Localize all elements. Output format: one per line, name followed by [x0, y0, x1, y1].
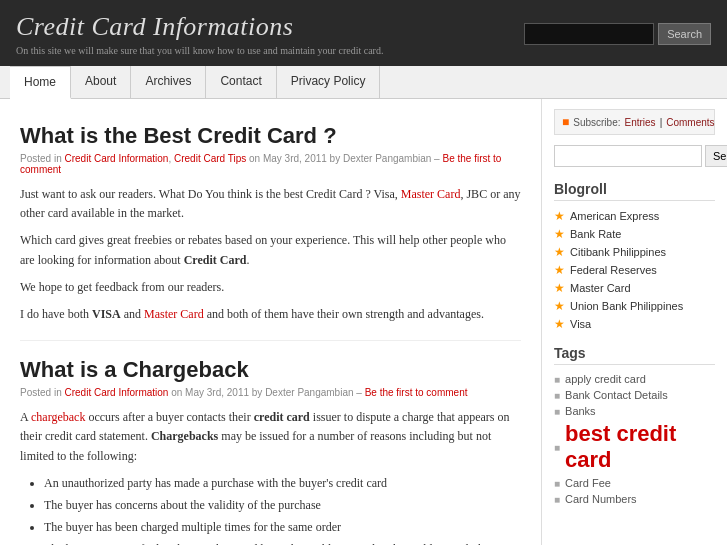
blogroll-item-3: ★Citibank Philippines	[554, 243, 715, 261]
tag-icon-6: ■	[554, 494, 560, 505]
list-item-4: The buyer is unsatisfied with a purchase…	[44, 540, 521, 545]
tag-item-1: ■apply credit card	[554, 371, 715, 387]
tag-item-3: ■Banks	[554, 403, 715, 419]
post-separator	[20, 340, 521, 341]
tag-icon-5: ■	[554, 478, 560, 489]
post-2-cat-1[interactable]: Credit Card Information	[64, 387, 168, 398]
sidebar-search-input[interactable]	[554, 145, 702, 167]
navigation: Home About Archives Contact Privacy Poli…	[0, 66, 727, 99]
list-item-2: The buyer has concerns about the validit…	[44, 496, 521, 515]
tag-icon-4: ■	[554, 442, 560, 453]
subscribe-sep: |	[660, 117, 663, 128]
blogroll-link-2[interactable]: Bank Rate	[570, 228, 621, 240]
blogroll-title: Blogroll	[554, 181, 715, 201]
tag-item-4: ■best credit card	[554, 419, 715, 475]
search-input[interactable]	[524, 23, 654, 45]
nav-item-home[interactable]: Home	[10, 66, 71, 99]
chargeback-link[interactable]: chargeback	[31, 410, 85, 424]
post-2: What is a Chargeback Posted in Credit Ca…	[20, 357, 521, 545]
tag-link-best[interactable]: best credit card	[565, 421, 715, 473]
nav-item-privacy[interactable]: Privacy Policy	[277, 66, 381, 98]
post-1-cat-2[interactable]: Credit Card Tips	[174, 153, 246, 164]
star-icon-2: ★	[554, 227, 565, 241]
list-item-1: An unauthorized party has made a purchas…	[44, 474, 521, 493]
star-icon-5: ★	[554, 281, 565, 295]
tag-icon-3: ■	[554, 406, 560, 417]
blogroll-list: ★American Express ★Bank Rate ★Citibank P…	[554, 207, 715, 333]
post-2-comment-link[interactable]: Be the first to comment	[365, 387, 468, 398]
post-1-mastercard2-link[interactable]: Master Card	[144, 307, 204, 321]
sidebar-search-button[interactable]: Search	[705, 145, 727, 167]
blogroll-item-5: ★Master Card	[554, 279, 715, 297]
subscribe-comments-link[interactable]: Comments	[666, 117, 714, 128]
star-icon-6: ★	[554, 299, 565, 313]
post-1-mastercard-link[interactable]: Master Card	[401, 187, 461, 201]
blogroll-link-6[interactable]: Union Bank Philippines	[570, 300, 683, 312]
tags-list: ■apply credit card ■Bank Contact Details…	[554, 371, 715, 507]
post-1: What is the Best Credit Card ? Posted in…	[20, 123, 521, 324]
sidebar: ■ Subscribe: Entries | Comments Search B…	[542, 99, 727, 545]
star-icon-3: ★	[554, 245, 565, 259]
blogroll-link-3[interactable]: Citibank Philippines	[570, 246, 666, 258]
blogroll-item-4: ★Federal Reserves	[554, 261, 715, 279]
nav-item-contact[interactable]: Contact	[206, 66, 276, 98]
blogroll-item-7: ★Visa	[554, 315, 715, 333]
post-1-content: Just want to ask our readers. What Do Yo…	[20, 185, 521, 324]
list-item-3: The buyer has been charged multiple time…	[44, 518, 521, 537]
post-1-meta: Posted in Credit Card Information, Credi…	[20, 153, 521, 175]
post-2-intro: A chargeback occurs after a buyer contac…	[20, 408, 521, 466]
blogroll-link-7[interactable]: Visa	[570, 318, 591, 330]
site-description: On this site we will make sure that you …	[16, 45, 383, 56]
nav-item-about[interactable]: About	[71, 66, 131, 98]
post-1-para-4: I do have both VISA and Master Card and …	[20, 305, 521, 324]
tag-link-6[interactable]: Card Numbers	[565, 493, 637, 505]
header-left: Credit Card Informations On this site we…	[16, 12, 383, 56]
tag-item-5: ■Card Fee	[554, 475, 715, 491]
tag-item-6: ■Card Numbers	[554, 491, 715, 507]
nav-item-archives[interactable]: Archives	[131, 66, 206, 98]
post-1-cat-1[interactable]: Credit Card Information	[64, 153, 168, 164]
blogroll-link-1[interactable]: American Express	[570, 210, 659, 222]
star-icon-1: ★	[554, 209, 565, 223]
post-1-title: What is the Best Credit Card ?	[20, 123, 521, 149]
tag-item-2: ■Bank Contact Details	[554, 387, 715, 403]
blogroll-link-4[interactable]: Federal Reserves	[570, 264, 657, 276]
post-2-meta: Posted in Credit Card Information on May…	[20, 387, 521, 398]
star-icon-4: ★	[554, 263, 565, 277]
search-button[interactable]: Search	[658, 23, 711, 45]
rss-icon: ■	[562, 115, 569, 129]
post-1-para-2: Which card gives great freebies or rebat…	[20, 231, 521, 269]
blogroll-link-5[interactable]: Master Card	[570, 282, 631, 294]
main-layout: What is the Best Credit Card ? Posted in…	[0, 99, 727, 545]
tag-icon-1: ■	[554, 374, 560, 385]
tag-icon-2: ■	[554, 390, 560, 401]
subscribe-bar: ■ Subscribe: Entries | Comments	[554, 109, 715, 135]
site-header: Credit Card Informations On this site we…	[0, 0, 727, 66]
tag-link-3[interactable]: Banks	[565, 405, 596, 417]
post-2-title: What is a Chargeback	[20, 357, 521, 383]
post-2-content: A chargeback occurs after a buyer contac…	[20, 408, 521, 545]
blogroll-item-6: ★Union Bank Philippines	[554, 297, 715, 315]
post-1-para-1: Just want to ask our readers. What Do Yo…	[20, 185, 521, 223]
tag-link-1[interactable]: apply credit card	[565, 373, 646, 385]
blogroll-item-1: ★American Express	[554, 207, 715, 225]
post-1-para-3: We hope to get feedback from our readers…	[20, 278, 521, 297]
tag-link-2[interactable]: Bank Contact Details	[565, 389, 668, 401]
site-title: Credit Card Informations	[16, 12, 383, 42]
subscribe-entries-link[interactable]: Entries	[625, 117, 656, 128]
blogroll-item-2: ★Bank Rate	[554, 225, 715, 243]
subscribe-label: Subscribe:	[573, 117, 620, 128]
content-area: What is the Best Credit Card ? Posted in…	[0, 99, 542, 545]
sidebar-search-area: Search	[554, 145, 715, 167]
tags-title: Tags	[554, 345, 715, 365]
post-2-list: An unauthorized party has made a purchas…	[44, 474, 521, 545]
header-search-area: Search	[524, 23, 711, 45]
tag-link-5[interactable]: Card Fee	[565, 477, 611, 489]
star-icon-7: ★	[554, 317, 565, 331]
